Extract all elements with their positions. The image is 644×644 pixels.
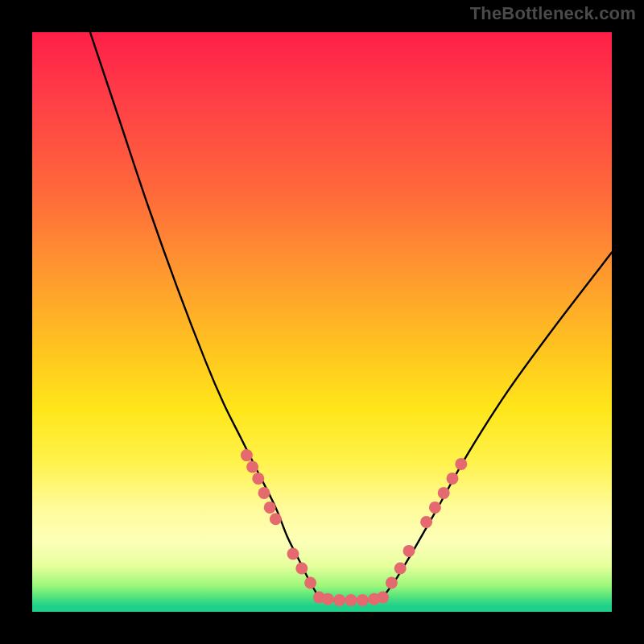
data-marker: [357, 594, 369, 606]
data-marker: [252, 473, 264, 485]
curve-left-segment: [90, 32, 319, 597]
watermark-text: TheBottleneck.com: [470, 3, 636, 24]
curve-layer: [32, 32, 612, 612]
data-marker: [377, 592, 389, 604]
curve-right-segment: [383, 253, 612, 597]
data-marker: [420, 516, 432, 528]
data-marker: [258, 487, 270, 499]
marker-group: [241, 449, 467, 606]
data-marker: [333, 594, 345, 606]
data-marker: [304, 577, 316, 589]
data-marker: [403, 545, 415, 557]
data-marker: [394, 563, 407, 575]
data-marker: [295, 563, 308, 575]
data-marker: [345, 594, 357, 606]
plot-area: [32, 32, 612, 612]
data-marker: [264, 502, 276, 514]
data-marker: [270, 513, 282, 525]
data-marker: [241, 449, 253, 461]
data-marker: [287, 548, 299, 560]
chart-frame: TheBottleneck.com: [0, 0, 644, 644]
data-marker: [322, 593, 334, 605]
data-marker: [455, 458, 467, 470]
data-marker: [386, 577, 398, 589]
data-marker: [447, 473, 459, 485]
data-marker: [429, 502, 441, 514]
data-marker: [438, 487, 450, 499]
data-marker: [246, 461, 258, 473]
